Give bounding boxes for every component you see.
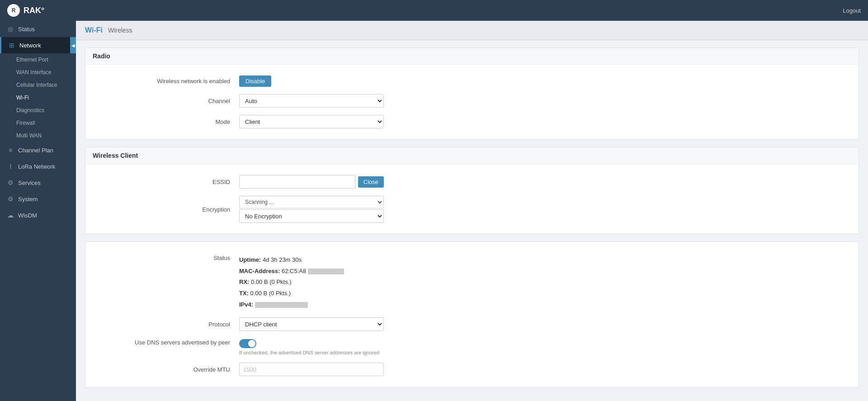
essid-input[interactable] — [239, 175, 355, 189]
sidebar: ◎ Status ⊞ Network ◀ Ethernet Port WAN I… — [0, 21, 76, 401]
encryption-row: Encryption Scanning ... No Encryption WP… — [85, 192, 859, 226]
dns-toggle-wrap — [239, 339, 384, 348]
sidebar-subitem-firewall[interactable]: Firewall — [16, 117, 76, 129]
status-section-body: Status Uptime: 4d 3h 23m 30s MAC-Address… — [85, 242, 859, 387]
rx-value: 0.00 B (0 Pkts.) — [251, 278, 292, 285]
sidebar-item-wisdm[interactable]: ☁ WisDM — [0, 207, 76, 223]
tx-value: 0.00 B (0 Pkts.) — [250, 290, 291, 297]
sidebar-item-services[interactable]: ⚙ Services — [0, 175, 76, 191]
sidebar-label-system: System — [18, 196, 38, 203]
radio-section: Radio Wireless network is enabled Disabl… — [85, 47, 859, 140]
mac-partial: 62:C5:A8 — [282, 268, 306, 274]
sidebar-label-lora-network: LoRa Network — [18, 163, 55, 170]
essid-control: Close — [239, 175, 384, 189]
main-content: Wi-Fi Wireless Radio Wireless network is… — [76, 21, 868, 401]
logo-icon: R — [7, 4, 20, 17]
sidebar-subitem-ethernet-port[interactable]: Ethernet Port — [16, 53, 76, 66]
status-uptime: Uptime: 4d 3h 23m 30s — [239, 255, 465, 266]
channel-select[interactable]: Auto — [239, 94, 384, 108]
sidebar-subitem-multi-wan[interactable]: Multi WAN — [16, 129, 76, 142]
status-tx: TX: 0.00 B (0 Pkts.) — [239, 288, 465, 299]
services-icon: ⚙ — [6, 179, 14, 186]
sidebar-item-network[interactable]: ⊞ Network ◀ — [0, 37, 76, 53]
essid-label: ESSID — [94, 179, 239, 185]
sidebar-item-lora-network[interactable]: ⌇ LoRa Network — [0, 158, 76, 175]
channel-plan-icon: ≡ — [6, 146, 14, 154]
dns-label: Use DNS servers advertised by peer — [94, 339, 239, 346]
sidebar-label-network: Network — [19, 42, 41, 49]
encryption-control: Scanning ... No Encryption WPA2-PSK WPA-… — [239, 196, 384, 223]
breadcrumb-wifi-link[interactable]: Wi-Fi — [85, 26, 103, 34]
layout: ◎ Status ⊞ Network ◀ Ethernet Port WAN I… — [0, 21, 868, 401]
channel-row: Channel Auto — [85, 90, 859, 111]
disable-button[interactable]: Disable — [239, 75, 271, 87]
sidebar-label-channel-plan: Channel Plan — [18, 147, 53, 154]
status-section: Status Uptime: 4d 3h 23m 30s MAC-Address… — [85, 241, 859, 387]
wisdm-icon: ☁ — [6, 212, 14, 219]
mode-label: Mode — [94, 118, 239, 125]
status-info-content: Uptime: 4d 3h 23m 30s MAC-Address: 62:C5… — [239, 255, 465, 310]
wireless-enabled-label: Wireless network is enabled — [94, 78, 239, 85]
lora-icon: ⌇ — [6, 163, 14, 170]
mtu-row: Override MTU — [85, 359, 859, 380]
sidebar-collapse-btn[interactable]: ◀ — [70, 37, 76, 53]
topbar: R RAK° Logout — [0, 0, 868, 21]
sidebar-label-services: Services — [18, 179, 41, 186]
channel-label: Channel — [94, 98, 239, 104]
ipv4-blurred: xxxxxxxxxxxxxxxxxx — [255, 302, 308, 308]
sidebar-subitem-wan-interface[interactable]: WAN Interface — [16, 66, 76, 79]
status-info-row: Status Uptime: 4d 3h 23m 30s MAC-Address… — [85, 249, 859, 314]
mode-row: Mode Client Access Point — [85, 111, 859, 132]
status-icon: ◎ — [6, 25, 14, 33]
essid-close-button[interactable]: Close — [358, 176, 384, 188]
network-icon: ⊞ — [8, 42, 16, 49]
status-rx: RX: 0.00 B (0 Pkts.) — [239, 277, 465, 288]
status-label: Status — [94, 255, 239, 261]
status-mac: MAC-Address: 62:C5:A8 xxxxxxxxxx — [239, 266, 465, 277]
encryption-select[interactable]: No Encryption WPA2-PSK WPA-PSK — [239, 209, 384, 223]
sidebar-subitem-diagnostics[interactable]: Diagnostics — [16, 104, 76, 117]
system-icon: ⚙ — [6, 195, 14, 203]
page-header: Wi-Fi Wireless — [76, 21, 868, 40]
wireless-client-body: ESSID Close Encryption — [85, 164, 859, 234]
protocol-control: DHCP client Static address — [239, 317, 384, 331]
sidebar-sub-network: Ethernet Port WAN Interface Cellular Int… — [0, 53, 76, 142]
scanning-select[interactable]: Scanning ... — [239, 196, 384, 208]
sidebar-item-channel-plan[interactable]: ≡ Channel Plan — [0, 142, 76, 158]
uptime-value: 4d 3h 23m 30s — [263, 256, 302, 263]
mtu-label: Override MTU — [94, 366, 239, 373]
logo-text: RAK° — [24, 6, 44, 15]
protocol-select[interactable]: DHCP client Static address — [239, 317, 384, 331]
essid-row: ESSID Close — [85, 171, 859, 192]
wireless-client-title: Wireless Client — [85, 147, 859, 164]
sidebar-subitem-cellular-interface[interactable]: Cellular Interface — [16, 79, 76, 91]
dns-control: If unchecked, the advertised DNS server … — [239, 339, 384, 355]
channel-control: Auto — [239, 94, 384, 108]
sidebar-item-system[interactable]: ⚙ System — [0, 191, 76, 207]
mode-select[interactable]: Client Access Point — [239, 115, 384, 128]
encryption-label: Encryption — [94, 206, 239, 213]
logout-button[interactable]: Logout — [843, 7, 861, 14]
mode-control: Client Access Point — [239, 115, 384, 128]
mtu-control — [239, 363, 384, 376]
dns-hint: If unchecked, the advertised DNS server … — [239, 350, 384, 355]
sidebar-label-status: Status — [18, 26, 35, 33]
dns-row: Use DNS servers advertised by peer If un… — [85, 335, 859, 359]
content-area: Radio Wireless network is enabled Disabl… — [76, 40, 868, 401]
breadcrumb-sub: Wireless — [108, 27, 132, 34]
radio-section-body: Wireless network is enabled Disable Chan… — [85, 65, 859, 139]
sidebar-subitem-wifi[interactable]: Wi-Fi — [16, 91, 76, 104]
protocol-row: Protocol DHCP client Static address — [85, 314, 859, 335]
dns-toggle[interactable] — [239, 339, 256, 348]
sidebar-item-status[interactable]: ◎ Status — [0, 21, 76, 37]
protocol-label: Protocol — [94, 321, 239, 328]
status-info: Uptime: 4d 3h 23m 30s MAC-Address: 62:C5… — [239, 255, 465, 310]
wireless-enabled-control: Disable — [239, 75, 384, 87]
status-ipv4: IPv4: xxxxxxxxxxxxxxxxxx — [239, 299, 465, 311]
mtu-input[interactable] — [239, 363, 384, 376]
mac-blurred: xxxxxxxxxx — [308, 269, 344, 274]
essid-input-group: Close — [239, 175, 384, 189]
sidebar-label-wisdm: WisDM — [18, 212, 37, 219]
logo: R RAK° — [7, 4, 44, 17]
radio-section-title: Radio — [85, 48, 859, 65]
